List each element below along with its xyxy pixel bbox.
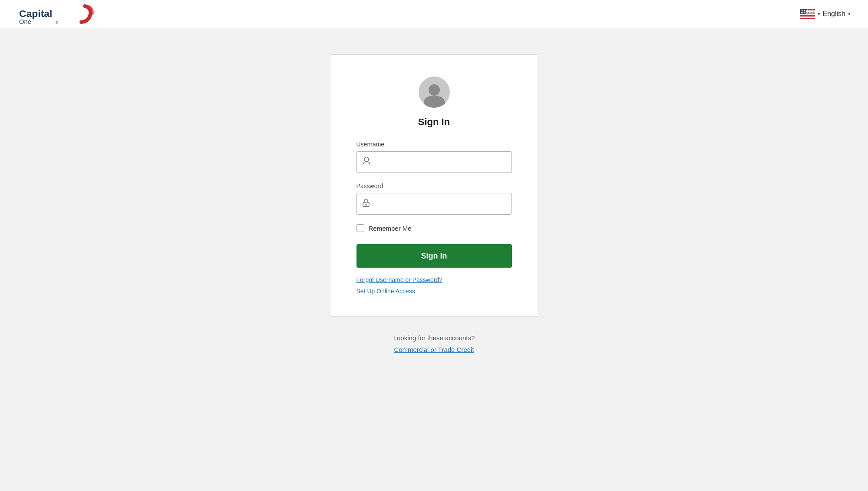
sign-in-title: Sign In (418, 116, 450, 128)
logo-container: Capital One ® (17, 4, 96, 24)
remember-me-label[interactable]: Remember Me (369, 225, 412, 232)
avatar-person-icon (419, 76, 450, 108)
login-card: Sign In Username Password (330, 54, 538, 317)
username-input-wrapper (356, 151, 512, 173)
avatar (419, 76, 450, 108)
username-group: Username (356, 141, 512, 173)
language-label: English (823, 10, 845, 18)
us-flag-icon: ★★★★★★ ★★★★★ (800, 9, 815, 19)
below-card-section: Looking for these accounts? Commercial o… (393, 334, 475, 353)
username-input[interactable] (356, 151, 512, 173)
password-label: Password (356, 182, 512, 189)
sign-in-button[interactable]: Sign In (356, 244, 512, 268)
language-chevron-icon: ▾ (848, 11, 851, 17)
password-group: Password (356, 182, 512, 215)
avatar-body (424, 96, 445, 108)
username-label: Username (356, 141, 512, 148)
avatar-head (429, 84, 440, 96)
capital-one-logo: Capital One ® (17, 4, 96, 24)
svg-rect-9 (800, 17, 815, 18)
remember-me-checkbox[interactable] (356, 224, 364, 232)
forgot-credentials-link[interactable]: Forgot Username or Password? (356, 276, 512, 283)
svg-rect-8 (800, 16, 815, 17)
svg-rect-7 (800, 14, 815, 15)
remember-me-row: Remember Me (356, 224, 512, 232)
setup-online-access-link[interactable]: Set Up Online Access (356, 288, 512, 295)
commercial-trade-credit-link[interactable]: Commercial or Trade Credit (394, 346, 474, 353)
svg-text:★★★★★: ★★★★★ (801, 9, 814, 12)
form-links: Forgot Username or Password? Set Up Onli… (356, 276, 512, 295)
password-input-wrapper (356, 193, 512, 215)
password-input[interactable] (356, 193, 512, 215)
main-content: Sign In Username Password (0, 28, 868, 491)
chevron-down-icon: ▾ (818, 11, 820, 17)
language-selector[interactable]: ★★★★★★ ★★★★★ ▾ English ▾ (800, 9, 851, 19)
svg-text:Capital: Capital (19, 8, 52, 19)
svg-text:One: One (19, 18, 31, 24)
svg-text:®: ® (56, 21, 58, 24)
below-card-prompt: Looking for these accounts? (393, 334, 475, 342)
header: Capital One ® ★★★★★★ ★★★★★ ▾ English ▾ (0, 0, 868, 28)
